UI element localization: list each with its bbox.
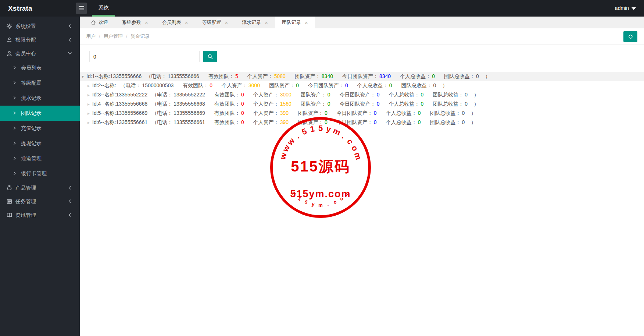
team-assets-value: 0: [325, 110, 328, 116]
chevron-right-icon: [12, 66, 17, 70]
today-team-assets-value: 0: [377, 92, 380, 98]
sidebar-item-member-list[interactable]: 会员列表: [0, 60, 80, 75]
close-icon[interactable]: ×: [185, 20, 188, 25]
sidebar: 系统设置 权限分配 会员中心 会员列表 等级配置 流水记录 团队记录 充值记录 …: [0, 17, 80, 336]
team-record-row-5[interactable]: ▸Id:5--名称:13355556669（电话：13355556669有效团队…: [80, 109, 644, 118]
search-button[interactable]: [203, 51, 217, 62]
today-team-assets-label: 今日团队资产：: [340, 101, 376, 107]
app-logo: Xstrata: [8, 0, 32, 17]
team-record-row-3[interactable]: ▸Id:3--名称:13355552222（电话：13355552222有效团队…: [80, 90, 644, 99]
today-team-assets-value: 0: [374, 119, 377, 125]
close-icon[interactable]: ×: [145, 20, 148, 25]
search-section: [80, 45, 644, 68]
tab-flow-records[interactable]: 流水记录×: [235, 17, 275, 28]
refresh-button[interactable]: [623, 31, 637, 42]
personal-assets-value: 1560: [280, 101, 291, 107]
sidebar-subitem-label: 提现记录: [21, 140, 42, 146]
personal-assets-label: 个人资产：: [253, 92, 279, 98]
expand-caret-icon[interactable]: ▸: [87, 91, 92, 100]
sidebar-item-bankcard-management[interactable]: 银行卡管理: [0, 166, 80, 181]
sidebar-subitem-label: 流水记录: [21, 95, 42, 101]
team-assets-value: 0: [328, 101, 330, 107]
sidebar-item-permissions[interactable]: 权限分配: [0, 33, 80, 47]
sidebar-item-withdraw-records[interactable]: 提现记录: [0, 136, 80, 151]
topnav-item-system[interactable]: 系统: [92, 0, 115, 15]
sidebar-item-member-center[interactable]: 会员中心: [0, 47, 80, 60]
tab-team-records[interactable]: 团队记录×: [275, 17, 315, 28]
personal-income-label: 个人总收益：: [389, 92, 419, 98]
sidebar-item-news-management[interactable]: 资讯管理: [0, 208, 80, 222]
team-income-label: 团队总收益：: [430, 110, 461, 116]
team-income-value: 0: [465, 92, 468, 98]
personal-income-value: 0: [418, 110, 421, 116]
valid-team-label: 有效团队：: [214, 92, 240, 98]
tab-welcome[interactable]: 欢迎: [84, 17, 115, 28]
username: admin: [615, 5, 629, 11]
close-icon[interactable]: ×: [265, 20, 268, 25]
expand-caret-icon[interactable]: ▸: [87, 118, 92, 127]
personal-assets-value: 5080: [274, 73, 286, 79]
sidebar-item-team-records[interactable]: 团队记录: [0, 106, 80, 121]
today-team-assets-label: 今日团队资产：: [340, 92, 376, 98]
search-input[interactable]: [89, 51, 200, 62]
personal-income-value: 0: [421, 101, 423, 107]
refresh-icon: [628, 34, 633, 39]
chevron-right-icon: [12, 171, 17, 176]
top-header: Xstrata 系统 admin: [0, 0, 644, 17]
phone-value: 13355552222: [173, 92, 205, 98]
expand-caret-icon[interactable]: ▸: [87, 100, 92, 109]
tab-member-list[interactable]: 会员列表×: [155, 17, 195, 28]
today-team-assets-label: 今日团队资产：: [337, 110, 373, 116]
sidebar-item-product-management[interactable]: 产品管理: [0, 181, 80, 195]
breadcrumb-user[interactable]: 用户: [86, 33, 96, 39]
phone-value: 13355556661: [173, 119, 205, 125]
sidebar-item-level-config[interactable]: 等级配置: [0, 75, 80, 91]
valid-team-value: 0: [241, 92, 244, 98]
chevron-right-icon: [12, 126, 17, 130]
sidebar-item-system-settings[interactable]: 系统设置: [0, 20, 80, 33]
sidebar-item-channel-management[interactable]: 通道管理: [0, 151, 80, 166]
team-record-row-2[interactable]: ▸Id:2--名称:（电话：15000000503有效团队：0个人资产：3000…: [80, 81, 644, 90]
phone-value: 13355556668: [173, 101, 205, 107]
sidebar-toggle-button[interactable]: [76, 3, 87, 14]
record-id-name: Id:5--名称:13355556669: [92, 110, 147, 116]
tab-level-config[interactable]: 等级配置×: [195, 17, 235, 28]
team-record-row-4[interactable]: ▸Id:4--名称:13355556668（电话：13355556668有效团队…: [80, 99, 644, 109]
user-menu[interactable]: admin: [615, 0, 636, 17]
main-content: 欢迎 系统参数× 会员列表× 等级配置× 流水记录× 团队记录× 用户/用户管理…: [80, 17, 644, 336]
sidebar-item-flow-records[interactable]: 流水记录: [0, 91, 80, 106]
chevron-left-icon: [67, 199, 72, 204]
expand-caret-icon[interactable]: ▸: [87, 109, 92, 118]
sidebar-item-label: 系统设置: [15, 23, 36, 29]
valid-team-label: 有效团队：: [214, 119, 240, 125]
sidebar-item-recharge-records[interactable]: 充值记录: [0, 121, 80, 136]
team-income-value: 0: [462, 119, 465, 125]
close-icon[interactable]: ×: [225, 20, 228, 25]
valid-team-value: 0: [241, 101, 244, 107]
chevron-right-icon: [12, 81, 17, 85]
personal-income-label: 个人总收益：: [389, 101, 419, 107]
gear-icon: [6, 23, 12, 29]
topnav-active-underline: [92, 15, 115, 17]
sidebar-subitem-label: 会员列表: [21, 65, 42, 71]
collapse-caret-icon[interactable]: ▾: [82, 72, 86, 81]
personal-assets-label: 个人资产：: [253, 101, 279, 107]
team-assets-label: 团队资产：: [298, 110, 323, 116]
close-icon[interactable]: ×: [305, 20, 308, 25]
expand-caret-icon[interactable]: ▸: [87, 81, 92, 91]
tab-system-params[interactable]: 系统参数×: [115, 17, 155, 28]
personal-assets-value: 390: [280, 110, 289, 116]
team-record-row-6[interactable]: ▸Id:6--名称:13355556661（电话：13355556661有效团队…: [80, 118, 644, 127]
team-record-row-1[interactable]: ▾Id:1--名称:13355556666（电话：13355556666有效团队…: [80, 72, 644, 81]
chevron-right-icon: [12, 111, 17, 115]
team-income-value: 0: [476, 73, 479, 79]
sidebar-subitem-label: 通道管理: [21, 155, 42, 161]
breadcrumb-user-management[interactable]: 用户管理: [104, 33, 123, 39]
home-icon: [91, 20, 96, 25]
close-paren: ）: [474, 92, 479, 98]
team-assets-label: 团队资产：: [295, 73, 321, 79]
sidebar-item-task-management[interactable]: 任务管理: [0, 195, 80, 208]
member-center-submenu: 会员列表 等级配置 流水记录 团队记录 充值记录 提现记录 通道管理 银行卡管理: [0, 60, 80, 181]
phone-label: （电话：: [152, 110, 172, 116]
record-id-name: Id:4--名称:13355556668: [92, 101, 147, 107]
